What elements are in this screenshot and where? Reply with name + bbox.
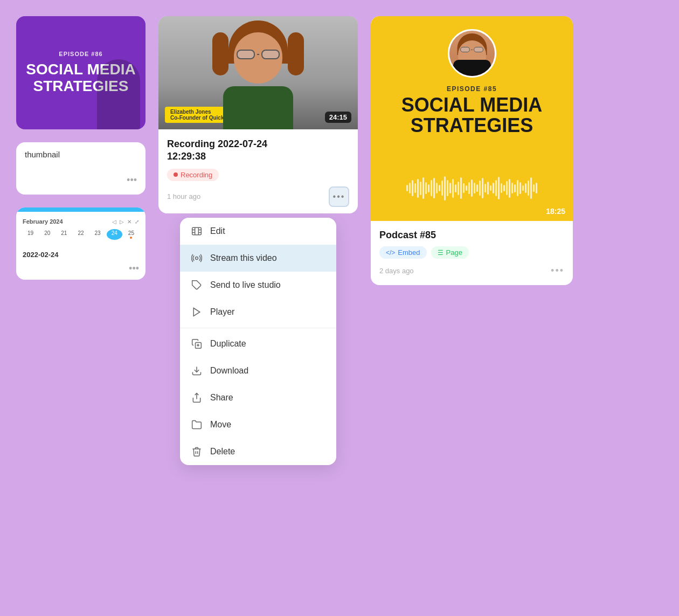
left-column: EPISODE #86 SOCIAL MEDIA STRATEGIES thum… — [16, 16, 146, 280]
podcast-title: SOCIAL MEDIA STRATEGIES — [371, 93, 573, 138]
menu-item-edit[interactable]: Edit — [180, 218, 336, 245]
calendar-date: 2022-02-24 — [16, 246, 146, 263]
page-icon: ☰ — [438, 249, 444, 257]
thumbnail-more-button[interactable]: ••• — [127, 175, 137, 186]
recording-status-badge: Recording — [167, 169, 219, 181]
cal-day-today: 24 — [107, 229, 122, 240]
download-icon — [191, 365, 203, 377]
episode-card: EPISODE #86 SOCIAL MEDIA STRATEGIES — [16, 16, 146, 129]
calendar-card: February 2024 ◁ ▷ ✕ ⤢ 19 20 21 22 23 24 … — [16, 207, 146, 280]
calendar-controls: ◁ ▷ ✕ ⤢ — [112, 219, 139, 225]
right-column: EPISODE #85 SOCIAL MEDIA STRATEGIES — [371, 16, 573, 285]
podcast-name: Podcast #85 — [379, 230, 564, 241]
recording-card: Elizabeth JonesCo-Founder of Quick Solut… — [158, 16, 358, 213]
podcast-ep-label: EPISODE #85 — [447, 85, 497, 93]
podcast-info: Podcast #85 </> Embed ☰ Page 2 days ago … — [371, 221, 573, 285]
thumbnail-label: thumbnail — [16, 142, 146, 164]
cards-area: EPISODE #86 SOCIAL MEDIA STRATEGIES thum… — [0, 0, 679, 616]
podcast-tags: </> Embed ☰ Page — [379, 246, 564, 259]
podcast-more-button[interactable]: ••• — [551, 265, 564, 276]
podcast-card: EPISODE #85 SOCIAL MEDIA STRATEGIES — [371, 16, 573, 285]
more-options-button[interactable]: ••• — [329, 186, 349, 207]
podcast-time: 2 days ago — [379, 267, 414, 275]
menu-item-send-studio[interactable]: Send to live studio — [180, 272, 336, 299]
avatar-face — [449, 31, 495, 76]
menu-delete-label: Delete — [210, 447, 235, 456]
menu-download-label: Download — [210, 366, 248, 376]
menu-item-duplicate[interactable]: Duplicate — [180, 330, 336, 357]
calendar-more-button[interactable]: ••• — [16, 263, 146, 280]
duplicate-icon — [191, 338, 203, 350]
calendar-prev[interactable]: ◁ — [112, 219, 116, 225]
calendar-next[interactable]: ▷ — [120, 219, 124, 225]
calendar-grid: 19 20 21 22 23 24 25 — [23, 229, 139, 240]
menu-divider — [180, 328, 336, 328]
calendar-top-bar: February 2024 ◁ ▷ ✕ ⤢ — [23, 218, 139, 225]
calendar-month: February 2024 — [23, 218, 63, 225]
menu-item-download[interactable]: Download — [180, 357, 336, 384]
recording-info: Recording 2022-07-24 12:29:38 Recording … — [158, 129, 358, 213]
recording-thumbnail: Elizabeth JonesCo-Founder of Quick Solut… — [158, 16, 358, 129]
cal-day: 25 — [123, 229, 139, 240]
code-icon: </> — [386, 249, 395, 257]
calendar-header-bar — [16, 207, 146, 212]
podcast-cover: EPISODE #85 SOCIAL MEDIA STRATEGIES — [371, 16, 573, 221]
svg-point-7 — [196, 257, 198, 259]
folder-icon — [191, 419, 203, 431]
menu-item-player[interactable]: Player — [180, 299, 336, 326]
calendar-body: February 2024 ◁ ▷ ✕ ⤢ 19 20 21 22 23 24 … — [16, 212, 146, 246]
cal-day: 20 — [39, 229, 55, 240]
cal-day: 19 — [23, 229, 38, 240]
menu-duplicate-label: Duplicate — [210, 339, 246, 349]
podcast-meta: 2 days ago ••• — [379, 265, 564, 276]
menu-stream-label: Stream this video — [210, 253, 277, 263]
menu-item-stream[interactable]: Stream this video — [180, 245, 336, 272]
recording-time: 1 hour ago — [167, 192, 200, 200]
film-icon — [191, 225, 203, 237]
tag-icon — [191, 279, 203, 291]
calendar-expand[interactable]: ⤢ — [135, 219, 139, 225]
svg-rect-0 — [192, 227, 202, 234]
cal-day: 21 — [56, 229, 72, 240]
menu-item-move[interactable]: Move — [180, 411, 336, 438]
podcast-duration: 18:25 — [546, 207, 565, 216]
stream-icon — [191, 252, 203, 264]
cal-day: 22 — [73, 229, 88, 240]
menu-item-delete[interactable]: Delete — [180, 438, 336, 465]
menu-edit-label: Edit — [210, 226, 225, 236]
embed-tag[interactable]: </> Embed — [379, 246, 427, 259]
thumbnail-card: thumbnail ••• — [16, 142, 146, 195]
calendar-close[interactable]: ✕ — [127, 219, 131, 225]
menu-move-label: Move — [210, 420, 231, 430]
recording-meta: 1 hour ago ••• — [167, 186, 349, 207]
cal-day: 23 — [90, 229, 106, 240]
center-column: Elizabeth JonesCo-Founder of Quick Solut… — [158, 16, 358, 465]
menu-item-share[interactable]: Share — [180, 384, 336, 411]
svg-marker-9 — [193, 308, 200, 316]
rec-dot-icon — [174, 172, 178, 177]
avatar — [448, 29, 496, 78]
menu-share-label: Share — [210, 393, 233, 403]
page-tag[interactable]: ☰ Page — [431, 246, 469, 259]
episode-label: EPISODE #86 — [59, 51, 102, 57]
trash-icon — [191, 446, 203, 458]
menu-send-studio-label: Send to live studio — [210, 280, 281, 290]
menu-player-label: Player — [210, 307, 234, 317]
waveform — [371, 175, 573, 202]
dropdown-menu: Edit Stream this video — [180, 218, 336, 465]
share-icon — [191, 392, 203, 404]
recording-title: Recording 2022-07-24 12:29:38 — [167, 138, 349, 163]
duration-badge: 24:15 — [325, 112, 351, 123]
person-silhouette — [97, 59, 140, 129]
play-icon — [191, 306, 203, 318]
